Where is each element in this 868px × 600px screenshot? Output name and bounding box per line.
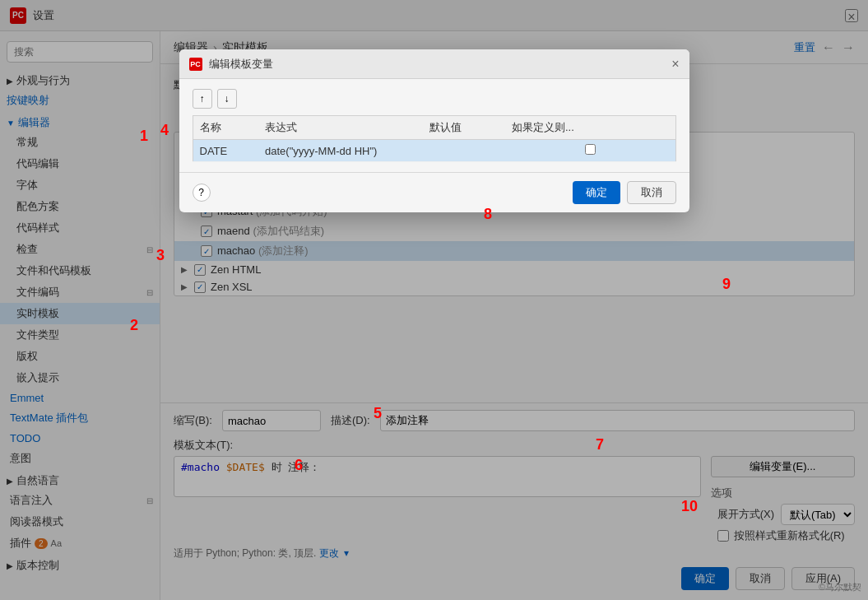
variables-table: 名称 表达式 默认值 如果定义则... DATE date("yyyy-MM-d… [193,115,676,162]
dialog-body: ↑ ↓ 名称 表达式 默认值 如果定义则... DATE [179,79,689,172]
dialog-titlebar: PC 编辑模板变量 × [179,49,689,79]
table-row[interactable]: DATE date("yyyy-MM-dd HH") [193,140,675,162]
dialog-nav-up[interactable]: ↑ [193,89,212,109]
ifdefined-checkbox[interactable] [585,144,596,155]
dialog-ok-button[interactable]: 确定 [573,181,620,204]
dialog-cancel-button[interactable]: 取消 [627,181,676,204]
col-header-name: 名称 [193,116,258,140]
dialog-nav-down[interactable]: ↓ [217,89,237,109]
dialog-close-button[interactable]: × [671,57,679,72]
app-window: PC 设置 × ▶ 外观与行为 按键映射 ▼ 编辑器 常规 [0,0,868,600]
cell-name: DATE [193,140,258,162]
cell-expression: date("yyyy-MM-dd HH") [258,140,423,162]
cell-default [423,140,505,162]
col-header-expression: 表达式 [258,116,423,140]
dialog-overlay: PC 编辑模板变量 × ↑ ↓ 名称 表达式 默认值 如果定义则... [0,0,868,600]
dialog-nav: ↑ ↓ [193,89,676,109]
col-header-default: 默认值 [423,116,505,140]
dialog-title: 编辑模板变量 [209,57,672,72]
col-header-ifdefined: 如果定义则... [505,116,675,140]
watermark: ©马尔默契 [819,581,861,593]
dialog-footer: ? 确定 取消 [179,172,689,212]
edit-variables-dialog: PC 编辑模板变量 × ↑ ↓ 名称 表达式 默认值 如果定义则... [179,49,689,212]
cell-ifdefined [505,140,675,162]
help-button[interactable]: ? [193,184,211,202]
dialog-app-icon: PC [189,58,202,71]
dialog-footer-buttons: 确定 取消 [573,181,676,204]
